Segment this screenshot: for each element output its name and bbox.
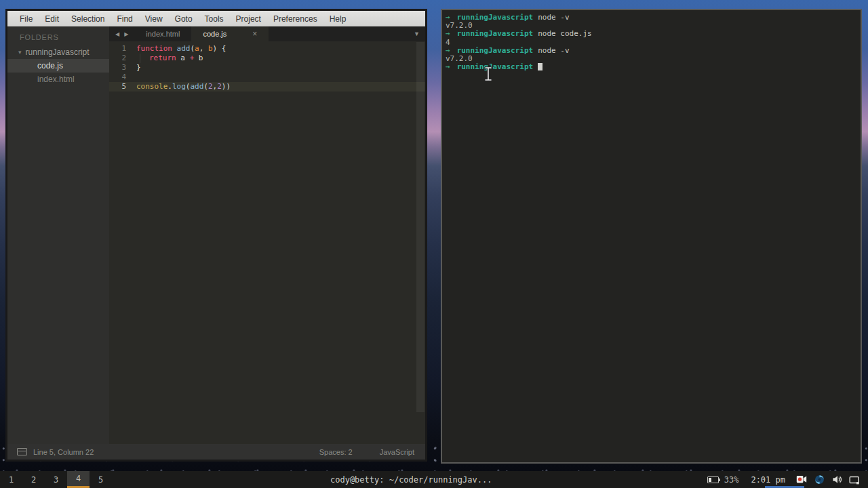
- status-bar: Line 5, Column 22 Spaces: 2 JavaScript: [7, 444, 425, 460]
- tab-close-icon[interactable]: ×: [252, 29, 257, 39]
- editor-pane: ◀ ▶ index.htmlcode.js× ▼ 1function add(a…: [109, 26, 425, 444]
- tab-label: code.js: [203, 30, 226, 38]
- prompt-arrow-icon: →: [446, 29, 450, 38]
- taskbar: 12345 cody@betty: ~/coder/runningJav... …: [0, 471, 868, 488]
- tab-label: index.html: [146, 30, 180, 38]
- menu-item-preferences[interactable]: Preferences: [268, 13, 323, 25]
- workspace-1[interactable]: 1: [0, 471, 22, 488]
- terminal-line: →runningJavascript: [446, 63, 858, 71]
- menu-item-goto[interactable]: Goto: [170, 13, 198, 25]
- code-token: ) {: [213, 44, 226, 53]
- code-token: ,: [199, 44, 208, 53]
- line-number: 1: [109, 44, 136, 54]
- code-line: 5console.log(add(2,2)): [109, 82, 425, 92]
- code-text: console.log(add(2,2)): [136, 82, 231, 92]
- syntax-setting[interactable]: JavaScript: [380, 448, 414, 456]
- output-text: v7.2.0: [446, 54, 473, 63]
- menu-item-project[interactable]: Project: [231, 13, 267, 25]
- output-text: 4: [446, 38, 450, 47]
- sidebar-folder-label: runningJavascript: [26, 47, 90, 57]
- workspace-switcher: 12345: [0, 471, 112, 488]
- code-token: a: [176, 54, 190, 62]
- code-token: console: [136, 82, 167, 91]
- code-token: return: [149, 54, 176, 62]
- sidebar-file-code.js[interactable]: code.js: [7, 59, 109, 73]
- sidebar-file-index.html[interactable]: index.html: [7, 73, 109, 86]
- tab-scroll-buttons: ◀ ▶: [109, 26, 134, 41]
- code-line: 4: [109, 73, 425, 82]
- code-text: function add(a, b) {: [136, 44, 226, 54]
- line-number: 5: [109, 82, 136, 92]
- code-token: (: [203, 82, 208, 91]
- workspace-3[interactable]: 3: [45, 471, 67, 488]
- code-line: 3}: [109, 63, 425, 73]
- code-token: 2: [217, 82, 222, 91]
- command-text: node -v: [538, 13, 569, 22]
- volume-icon[interactable]: [831, 474, 842, 485]
- code-token: [172, 44, 177, 53]
- code-token: a: [195, 44, 199, 53]
- prompt-arrow-icon: →: [446, 13, 450, 22]
- display-icon[interactable]: [849, 474, 860, 485]
- code-token: 2: [208, 82, 213, 91]
- tab-overflow-icon[interactable]: ▼: [408, 26, 425, 41]
- workspace-4[interactable]: 4: [67, 471, 90, 488]
- taskbar-window-title[interactable]: cody@betty: ~/coder/runningJav...: [330, 471, 492, 488]
- prompt-arrow-icon: →: [446, 46, 450, 55]
- output-text: v7.2.0: [446, 21, 473, 30]
- menu-item-selection[interactable]: Selection: [66, 13, 110, 25]
- menu-item-view[interactable]: View: [140, 13, 168, 25]
- battery-icon: [707, 476, 719, 483]
- line-number: 2: [109, 54, 136, 63]
- tab-scroll-left-icon[interactable]: ◀: [115, 31, 119, 37]
- code-token: b: [194, 54, 203, 62]
- tab-spacer: [269, 26, 408, 41]
- prompt-directory: runningJavascript: [457, 62, 534, 71]
- terminal-window[interactable]: →runningJavascriptnode -vv7.2.0→runningJ…: [441, 9, 862, 464]
- tab-scroll-right-icon[interactable]: ▶: [124, 31, 128, 37]
- code-text: return a + b: [136, 54, 203, 63]
- workspace-5[interactable]: 5: [90, 471, 112, 488]
- terminal-output: →runningJavascriptnode -vv7.2.0→runningJ…: [446, 14, 858, 71]
- line-number: 4: [109, 73, 136, 82]
- code-token: log: [172, 82, 186, 91]
- code-line: 2return a + b: [109, 54, 425, 63]
- menu-item-edit[interactable]: Edit: [39, 13, 64, 25]
- editor-scrollbar[interactable]: [416, 42, 425, 412]
- tab-code.js[interactable]: code.js×: [191, 26, 269, 41]
- command-text: node -v: [538, 46, 569, 55]
- editor-window: FileEditSelectionFindViewGotoToolsProjec…: [5, 9, 427, 462]
- code-editor[interactable]: 1function add(a, b) {2return a + b3}45co…: [109, 41, 425, 444]
- code-token: add: [190, 82, 203, 91]
- code-line: 1function add(a, b) {: [109, 44, 425, 54]
- panel-toggle-icon[interactable]: [17, 448, 27, 455]
- command-text: node code.js: [538, 29, 591, 38]
- screen-recorder-icon[interactable]: [796, 474, 807, 485]
- code-token: }: [136, 63, 141, 72]
- code-lines: 1function add(a, b) {2return a + b3}45co…: [109, 44, 425, 92]
- tab-strip: index.htmlcode.js×: [134, 26, 269, 41]
- terminal-line: →runningJavascriptnode code.js: [446, 30, 858, 38]
- prompt-directory: runningJavascript: [457, 46, 534, 55]
- terminal-line: 4: [446, 39, 858, 47]
- menu-item-tools[interactable]: Tools: [199, 13, 229, 25]
- menu-item-file[interactable]: File: [14, 13, 38, 25]
- sidebar: FOLDERS ▾ runningJavascript code.jsindex…: [7, 26, 109, 444]
- indent-setting[interactable]: Spaces: 2: [319, 448, 353, 456]
- tab-bar: ◀ ▶ index.htmlcode.js× ▼: [109, 26, 425, 41]
- tray-icons: [796, 474, 860, 485]
- prompt-directory: runningJavascript: [457, 29, 534, 38]
- tab-index.html[interactable]: index.html: [134, 26, 191, 41]
- code-token: )): [222, 82, 231, 91]
- clock[interactable]: 2:01 pm: [751, 475, 785, 485]
- swirl-icon[interactable]: [814, 474, 825, 485]
- sidebar-file-list: code.jsindex.html: [7, 59, 109, 86]
- menu-item-find[interactable]: Find: [111, 13, 138, 25]
- workspace-2[interactable]: 2: [22, 471, 45, 488]
- code-token: add: [177, 44, 191, 53]
- editor-main: FOLDERS ▾ runningJavascript code.jsindex…: [7, 26, 425, 444]
- cursor-position: Line 5, Column 22: [33, 448, 94, 456]
- sidebar-folder[interactable]: ▾ runningJavascript: [7, 45, 109, 59]
- menu-item-help[interactable]: Help: [324, 13, 352, 25]
- code-text: }: [136, 63, 141, 73]
